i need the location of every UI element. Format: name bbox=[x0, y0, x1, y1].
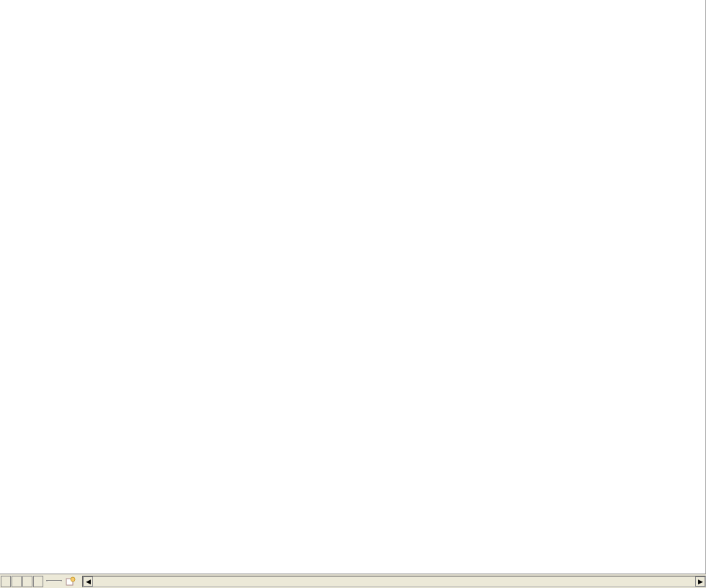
hscroll-right-arrow[interactable]: ▶ bbox=[695, 576, 705, 587]
sheet-tab[interactable] bbox=[46, 580, 62, 582]
tab-nav-prev[interactable] bbox=[12, 576, 22, 587]
hscroll-left-arrow[interactable]: ◀ bbox=[83, 576, 93, 587]
insert-sheet-icon[interactable] bbox=[65, 576, 76, 587]
sheet-tab-bar: ◀ ▶ bbox=[0, 574, 706, 588]
spreadsheet-area[interactable] bbox=[0, 0, 706, 574]
tab-nav-first[interactable] bbox=[1, 576, 11, 587]
tab-nav-last[interactable] bbox=[33, 576, 43, 587]
svg-point-1 bbox=[71, 577, 75, 582]
tab-nav-next[interactable] bbox=[22, 576, 32, 587]
horizontal-scrollbar[interactable]: ◀ ▶ bbox=[82, 576, 706, 587]
